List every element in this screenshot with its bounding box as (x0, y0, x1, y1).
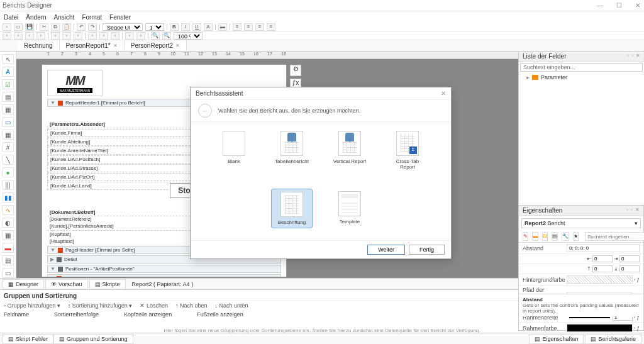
close-panel-icon[interactable]: ✕ (636, 53, 640, 60)
table-icon[interactable]: ▦ (3, 130, 14, 140)
prop-padding-right[interactable] (619, 255, 640, 262)
gauge-icon[interactable]: ◐ (3, 218, 14, 228)
copy-icon[interactable]: ⧉ (51, 23, 60, 31)
close-icon[interactable]: ✕ (175, 43, 180, 48)
picture-icon[interactable]: ▦ (3, 104, 14, 114)
prop-padding-top[interactable] (592, 265, 613, 272)
bold-icon[interactable]: B (170, 23, 179, 31)
redo-icon[interactable]: ↷ (88, 23, 97, 31)
prop-rahmenfarbe-value[interactable] (567, 324, 633, 332)
menu-datei[interactable]: Datei (4, 14, 18, 21)
align-tool-icon[interactable]: ▫ (3, 32, 11, 40)
modal-close-icon[interactable]: ✕ (441, 90, 446, 97)
underline-icon[interactable]: U (192, 23, 201, 31)
menu-format[interactable]: Format (82, 14, 102, 21)
panel-icon[interactable]: ▭ (3, 117, 14, 127)
font-color-icon[interactable]: A (204, 23, 213, 31)
skripte-tab[interactable]: ▤Skripte (89, 279, 126, 289)
minimize-button[interactable]: — (596, 2, 604, 9)
prop-padding-left[interactable] (592, 255, 613, 262)
spacing-tool-icon[interactable]: ▫ (88, 32, 97, 40)
move-up-button[interactable]: ↑ Nach oben (175, 302, 208, 309)
band-positionenheader[interactable]: ▶PositionenHeader / Niveau 1.1 (47, 274, 281, 277)
font-size-select[interactable]: 10 (145, 23, 164, 31)
delete-button[interactable]: ✕ Löschen (140, 302, 168, 309)
template-vertical-report[interactable]: ↓ Vertical Report (329, 128, 370, 172)
order-tool-icon[interactable]: ▫ (136, 32, 145, 40)
properties-object-select[interactable]: Report2 Bericht ▾ (521, 218, 641, 228)
vorschau-tab[interactable]: 👁Vorschau (45, 279, 88, 289)
footer-skript-fehler[interactable]: ▤Skript Fehler (3, 334, 53, 344)
undock-icon[interactable]: ▫ (631, 53, 633, 60)
undock-icon[interactable]: ▫ (631, 207, 633, 214)
zipcode-icon[interactable]: ▦ (3, 230, 14, 240)
prop-category-icon[interactable]: ✎ (523, 232, 528, 241)
menu-fenster[interactable]: Fenster (109, 14, 131, 21)
align-tool-icon[interactable]: ▫ (25, 32, 34, 40)
zoom-out-icon[interactable]: 🔍 (151, 32, 160, 40)
template-template[interactable]: Template (329, 189, 370, 228)
undo-icon[interactable]: ↶ (77, 23, 86, 31)
align-center-icon[interactable]: ≡ (244, 23, 253, 31)
smart-tag-gear-icon[interactable]: ⚙ (290, 65, 301, 76)
spacing-tool-icon[interactable]: ▫ (99, 32, 108, 40)
pin-icon[interactable]: ▫ (626, 207, 628, 214)
prop-category-icon[interactable]: ▬ (532, 232, 538, 241)
designer-tab[interactable]: ▦Designer (3, 279, 44, 289)
align-left-icon[interactable]: ≡ (233, 23, 242, 31)
fill-color-icon[interactable]: ▬ (218, 23, 227, 31)
tree-parameter[interactable]: ▸ Parameter (519, 73, 644, 82)
close-button[interactable]: ✕ (634, 2, 641, 9)
weiter-button[interactable]: Weiter (367, 245, 405, 255)
align-tool-icon[interactable]: ▫ (36, 32, 45, 40)
move-down-button[interactable]: ↓ Nach unten (214, 302, 248, 309)
prop-category-icon[interactable]: ⊟ (542, 232, 548, 241)
richtext-icon[interactable]: ▤ (3, 92, 14, 102)
tab-personreport2[interactable]: PersonReport2✕ (125, 41, 187, 50)
back-button[interactable]: ← (198, 104, 212, 118)
barcode-icon[interactable]: ||| (3, 180, 14, 190)
footer-eigenschaften[interactable]: ▤Eigenschaften (529, 334, 584, 344)
menu-ansicht[interactable]: Ansicht (54, 14, 75, 21)
footer-berichtsgalerie[interactable]: ▤Berichtsgalerie (585, 334, 641, 344)
label-icon[interactable]: A (3, 67, 14, 77)
prop-category-icon[interactable]: 🔧 (562, 232, 569, 241)
new-icon[interactable]: ▫ (3, 23, 11, 31)
logo-image[interactable]: MM MAX MUSTERMANN (47, 70, 103, 96)
size-tool-icon[interactable]: ▫ (51, 32, 60, 40)
menu-aendern[interactable]: Ändern (26, 14, 46, 21)
prop-category-icon[interactable]: ★ (573, 232, 579, 241)
save-icon[interactable]: 💾 (25, 23, 34, 31)
font-family-select[interactable]: Segoe UI (103, 23, 143, 31)
fertig-button[interactable]: Fertig (409, 245, 445, 255)
close-icon[interactable]: ✕ (113, 43, 118, 48)
chart-icon[interactable]: ▮▮ (3, 192, 14, 203)
template-beschriftung[interactable]: Beschriftung (271, 189, 313, 228)
cut-icon[interactable]: ✂ (40, 23, 48, 31)
paste-icon[interactable]: 📋 (62, 23, 71, 31)
italic-icon[interactable]: I (181, 23, 190, 31)
character-icon[interactable]: # (3, 142, 14, 152)
field-search-input[interactable] (520, 63, 643, 72)
prop-category-icon[interactable]: ▤ (552, 232, 558, 241)
pointer-icon[interactable]: ↖ (3, 54, 14, 64)
size-tool-icon[interactable]: ▫ (62, 32, 71, 40)
align-right-icon[interactable]: ≡ (255, 23, 264, 31)
sparkline-icon[interactable]: ∿ (3, 205, 14, 215)
band-positionen[interactable]: ▼Positionen - "ArtikelPositionen" (47, 265, 281, 273)
pageinfo-icon[interactable]: ▭ (3, 268, 14, 278)
spacing-tool-icon[interactable]: ▫ (111, 32, 119, 40)
toc-icon[interactable]: ▤ (3, 255, 14, 265)
pdf-icon[interactable]: ▬ (3, 243, 14, 253)
tab-rechnung[interactable]: Rechnung (18, 41, 60, 50)
prop-hintergrund-value[interactable] (567, 275, 633, 284)
footer-gruppen[interactable]: ▤Gruppen und Sortierung (53, 334, 133, 344)
size-tool-icon[interactable]: ▫ (74, 32, 82, 40)
properties-search-input[interactable] (585, 232, 644, 241)
order-tool-icon[interactable]: ▫ (125, 32, 134, 40)
add-sort-button[interactable]: ↕ Sortierung hinzufügen ▾ (68, 302, 133, 309)
align-justify-icon[interactable]: ≡ (267, 23, 275, 31)
close-panel-icon[interactable]: ✕ (635, 207, 640, 214)
shape-icon[interactable]: ● (3, 167, 14, 177)
checkbox-icon[interactable]: ☑ (3, 79, 14, 89)
